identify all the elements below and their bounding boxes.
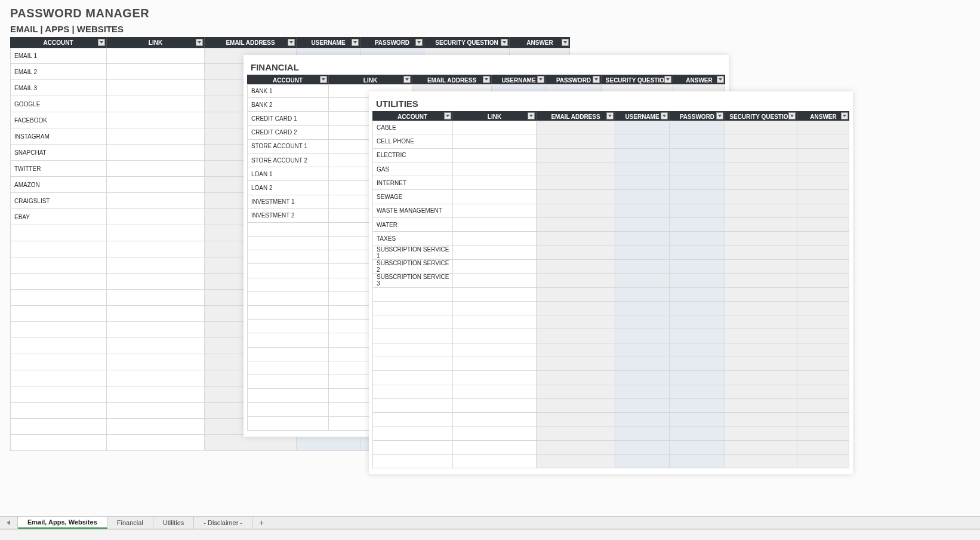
data-cell[interactable] [670, 399, 725, 413]
data-cell[interactable] [797, 176, 849, 190]
account-cell[interactable] [247, 320, 329, 333]
data-cell[interactable] [537, 288, 615, 302]
data-cell[interactable] [797, 162, 849, 176]
filter-dropdown-icon[interactable] [841, 112, 848, 119]
data-cell[interactable] [670, 413, 725, 427]
column-header[interactable]: SECURITY QUESTION [424, 37, 510, 48]
data-cell[interactable] [670, 149, 725, 162]
data-cell[interactable] [453, 343, 537, 357]
filter-dropdown-icon[interactable] [352, 39, 359, 46]
account-cell[interactable] [372, 441, 453, 455]
data-cell[interactable] [670, 232, 725, 246]
data-cell[interactable] [453, 357, 537, 371]
account-cell[interactable] [247, 278, 329, 292]
column-header[interactable]: USERNAME [615, 111, 670, 121]
filter-dropdown-icon[interactable] [444, 112, 451, 119]
data-cell[interactable] [107, 80, 205, 96]
column-header[interactable]: EMAIL ADDRESS [412, 75, 492, 84]
account-cell[interactable]: INSTAGRAM [10, 128, 107, 145]
account-cell[interactable] [10, 225, 107, 241]
data-cell[interactable] [453, 149, 537, 162]
data-cell[interactable] [615, 343, 670, 357]
data-cell[interactable] [537, 274, 615, 287]
data-cell[interactable] [107, 225, 205, 241]
account-cell[interactable] [10, 274, 107, 290]
account-cell[interactable]: WASTE MANAGEMENT [372, 204, 453, 218]
account-cell[interactable] [372, 413, 453, 427]
data-cell[interactable] [537, 357, 615, 371]
data-cell[interactable] [797, 274, 849, 287]
filter-dropdown-icon[interactable] [98, 39, 105, 46]
account-cell[interactable] [247, 375, 329, 389]
data-cell[interactable] [107, 64, 205, 80]
data-cell[interactable] [107, 209, 205, 225]
column-header[interactable]: PASSWORD [360, 37, 424, 48]
account-cell[interactable] [10, 370, 107, 386]
data-cell[interactable] [797, 315, 849, 329]
data-cell[interactable] [615, 260, 670, 274]
account-cell[interactable] [247, 417, 329, 431]
data-cell[interactable] [615, 302, 670, 315]
data-cell[interactable] [725, 162, 797, 176]
data-cell[interactable] [797, 413, 849, 427]
data-cell[interactable] [453, 399, 537, 413]
data-cell[interactable] [453, 232, 537, 246]
data-cell[interactable] [615, 190, 670, 204]
data-cell[interactable] [107, 419, 205, 435]
data-cell[interactable] [797, 427, 849, 441]
account-cell[interactable] [372, 427, 453, 441]
account-cell[interactable] [372, 371, 453, 385]
filter-dropdown-icon[interactable] [593, 76, 600, 83]
filter-dropdown-icon[interactable] [320, 76, 327, 83]
account-cell[interactable]: EMAIL 2 [10, 64, 107, 80]
data-cell[interactable] [107, 257, 205, 274]
data-cell[interactable] [725, 302, 797, 315]
account-cell[interactable]: ELECTRIC [372, 149, 453, 162]
data-cell[interactable] [107, 370, 205, 386]
account-cell[interactable]: TWITTER [10, 161, 107, 177]
column-header[interactable]: ACCOUNT [10, 37, 107, 48]
data-cell[interactable] [725, 149, 797, 162]
data-cell[interactable] [453, 288, 537, 302]
data-cell[interactable] [670, 204, 725, 218]
column-header[interactable]: SECURITY QUESTION [725, 111, 797, 121]
data-cell[interactable] [615, 218, 670, 232]
data-cell[interactable] [797, 343, 849, 357]
account-cell[interactable] [247, 333, 329, 347]
account-cell[interactable]: BANK 2 [247, 98, 329, 112]
data-cell[interactable] [670, 427, 725, 441]
data-cell[interactable] [537, 413, 615, 427]
data-cell[interactable] [537, 455, 615, 468]
data-cell[interactable] [615, 121, 670, 134]
data-cell[interactable] [453, 371, 537, 385]
account-cell[interactable] [372, 315, 453, 329]
account-cell[interactable] [372, 399, 453, 413]
data-cell[interactable] [725, 190, 797, 204]
data-cell[interactable] [725, 288, 797, 302]
filter-dropdown-icon[interactable] [788, 112, 796, 119]
data-cell[interactable] [453, 274, 537, 287]
account-cell[interactable] [247, 361, 329, 375]
account-cell[interactable] [372, 302, 453, 315]
column-header[interactable]: LINK [329, 75, 412, 84]
data-cell[interactable] [725, 399, 797, 413]
tab-scroll-button[interactable] [0, 517, 18, 529]
data-cell[interactable] [537, 134, 615, 148]
column-header[interactable]: LINK [453, 111, 537, 121]
data-cell[interactable] [725, 176, 797, 190]
account-cell[interactable] [247, 223, 329, 237]
account-cell[interactable]: TAXES [372, 232, 453, 246]
account-cell[interactable] [372, 357, 453, 371]
data-cell[interactable] [537, 302, 615, 315]
data-cell[interactable] [537, 315, 615, 329]
data-cell[interactable] [725, 274, 797, 287]
data-cell[interactable] [615, 427, 670, 441]
data-cell[interactable] [670, 329, 725, 343]
data-cell[interactable] [537, 427, 615, 441]
filter-dropdown-icon[interactable] [562, 39, 569, 46]
data-cell[interactable] [670, 260, 725, 274]
data-cell[interactable] [670, 274, 725, 287]
account-cell[interactable]: EMAIL 1 [10, 48, 107, 64]
account-cell[interactable]: STORE ACCOUNT 1 [247, 140, 329, 154]
data-cell[interactable] [670, 190, 725, 204]
